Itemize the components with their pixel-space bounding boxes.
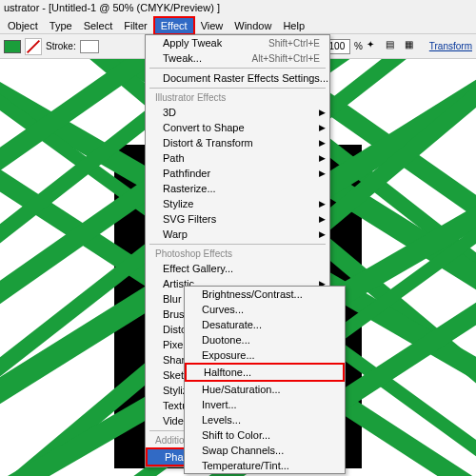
label: Apply Tweak <box>163 37 222 49</box>
submenu-arrow-icon: ▶ <box>319 123 326 132</box>
label: Shift to Color... <box>202 429 270 441</box>
menu-warp[interactable]: Warp▶ <box>146 227 329 242</box>
label: Convert to Shape <box>163 122 245 133</box>
label: Blur <box>163 293 182 305</box>
stroke-weight-field[interactable] <box>80 40 99 53</box>
menu-view[interactable]: View <box>195 18 229 33</box>
label: Pathfinder <box>163 168 210 179</box>
submenu-arrow-icon: ▶ <box>319 214 326 224</box>
submenu-arrow-icon: ▶ <box>319 108 326 117</box>
submenu-invert[interactable]: Invert... <box>185 397 345 412</box>
submenu-arrow-icon: ▶ <box>319 169 326 178</box>
submenu-arrow-icon: ▶ <box>319 138 326 148</box>
menu-filter[interactable]: Filter <box>118 18 152 33</box>
wand-icon[interactable]: ✦ <box>367 39 382 54</box>
menu-effect[interactable]: Effect <box>153 16 195 35</box>
menu-svg-filters[interactable]: SVG Filters▶ <box>146 211 329 227</box>
submenu-exposure[interactable]: Exposure... <box>185 347 345 363</box>
submenu-hue-saturation[interactable]: Hue/Saturation... <box>185 382 345 397</box>
menu-type[interactable]: Type <box>44 18 78 33</box>
submenu-arrow-icon: ▶ <box>319 229 326 239</box>
shortcut: Shift+Ctrl+E <box>268 38 320 49</box>
menu-effect-gallery[interactable]: Effect Gallery... <box>146 261 329 276</box>
label: Levels... <box>202 414 241 426</box>
label: Hue/Saturation... <box>202 384 281 395</box>
submenu-temperature-tint[interactable]: Temperature/Tint... <box>185 458 345 473</box>
menu-distort-transform[interactable]: Distort & Transform▶ <box>146 135 329 150</box>
label: Invert... <box>202 399 237 410</box>
menu-convert-shape[interactable]: Convert to Shape▶ <box>146 120 329 135</box>
menubar: Object Type Select Filter Effect View Wi… <box>0 17 476 34</box>
menu-pathfinder[interactable]: Pathfinder▶ <box>146 166 329 181</box>
submenu-brightness-contrast[interactable]: Brightness/Contrast... <box>185 287 345 302</box>
stroke-label: Stroke: <box>46 41 76 51</box>
submenu-curves[interactable]: Curves... <box>185 302 345 317</box>
menu-help[interactable]: Help <box>277 18 310 33</box>
shortcut: Alt+Shift+Ctrl+E <box>252 53 320 64</box>
submenu-swap-channels[interactable]: Swap Channels... <box>185 443 345 458</box>
label: Effect Gallery... <box>163 263 233 274</box>
doc-setup-icon[interactable]: ▤ <box>386 39 401 54</box>
menu-apply-tweak[interactable]: Apply Tweak Shift+Ctrl+E <box>146 35 329 50</box>
submenu-arrow-icon: ▶ <box>319 199 326 208</box>
header-photoshop-effects: Photoshop Effects <box>146 247 329 261</box>
transform-link[interactable]: Transform <box>429 41 472 51</box>
menu-object[interactable]: Object <box>2 18 44 33</box>
label: 3D <box>163 107 176 118</box>
menu-select[interactable]: Select <box>78 18 119 33</box>
label: Exposure... <box>202 349 255 361</box>
phantasm-submenu: Brightness/Contrast... Curves... Desatur… <box>184 286 346 474</box>
menu-stylize-ai[interactable]: Stylize▶ <box>146 196 329 211</box>
titlebar: ustrator - [Untitled-1 @ 50% (CMYK/Previ… <box>0 0 476 17</box>
label: Warp <box>163 228 188 240</box>
submenu-halftone[interactable]: Halftone... <box>185 363 345 382</box>
menu-path[interactable]: Path▶ <box>146 150 329 166</box>
submenu-arrow-icon: ▶ <box>319 153 326 163</box>
label: Distort & Transform <box>163 137 253 149</box>
submenu-duotone[interactable]: Duotone... <box>185 332 345 347</box>
label: Swap Channels... <box>202 445 284 456</box>
label: Duotone... <box>202 334 250 346</box>
label: Document Raster Effects Settings... <box>163 72 328 84</box>
separator <box>149 88 326 89</box>
separator <box>149 68 326 69</box>
label: Path <box>163 152 185 164</box>
no-stroke-icon[interactable] <box>25 38 42 55</box>
menu-3d[interactable]: 3D▶ <box>146 105 329 120</box>
label: Rasterize... <box>163 183 216 194</box>
label: Stylize <box>163 198 193 209</box>
submenu-levels[interactable]: Levels... <box>185 412 345 427</box>
header-illustrator-effects: Illustrator Effects <box>146 90 329 105</box>
fill-swatch[interactable] <box>4 40 21 53</box>
label: Tweak... <box>163 52 202 64</box>
opacity-pct: % <box>354 41 363 51</box>
align-icon[interactable]: ▦ <box>405 39 420 54</box>
label: Halftone... <box>204 367 251 378</box>
menu-raster-settings[interactable]: Document Raster Effects Settings... <box>146 70 329 86</box>
menu-tweak[interactable]: Tweak... Alt+Shift+Ctrl+E <box>146 50 329 66</box>
separator <box>149 244 326 245</box>
submenu-desaturate[interactable]: Desaturate... <box>185 317 345 332</box>
label: Brightness/Contrast... <box>202 288 303 300</box>
label: Desaturate... <box>202 319 262 330</box>
label: Temperature/Tint... <box>202 460 289 471</box>
label: Curves... <box>202 304 244 315</box>
menu-window[interactable]: Window <box>228 18 277 33</box>
submenu-shift-color[interactable]: Shift to Color... <box>185 427 345 443</box>
menu-rasterize[interactable]: Rasterize... <box>146 181 329 196</box>
label: SVG Filters <box>163 213 216 225</box>
